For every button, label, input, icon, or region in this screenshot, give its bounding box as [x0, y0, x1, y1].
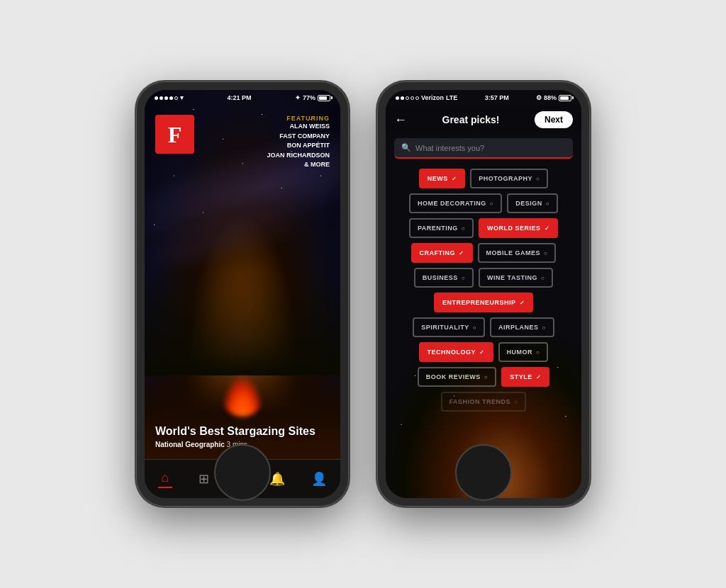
- tag-row-9: BOOK REVIEWS STYLE: [394, 367, 573, 387]
- tag-world-series[interactable]: WORLD SERIES: [479, 218, 558, 238]
- status-left-2: Verizon LTE: [396, 94, 457, 101]
- flipboard-f-letter: F: [168, 123, 182, 146]
- s-dot-4: [411, 96, 414, 100]
- tag-airplanes-icon: [542, 324, 546, 331]
- tag-row-4: CRAFTING MOBILE GAMES: [394, 243, 573, 263]
- tag-entrepreneurship-label: ENTREPRENEURSHIP: [442, 299, 516, 306]
- clock-2: 3:57 PM: [485, 94, 509, 101]
- status-right-2: ⚙ 88%: [536, 94, 571, 101]
- tag-news-label: NEWS: [428, 175, 448, 182]
- tag-humor-label: HUMOR: [507, 349, 533, 356]
- tag-humor-icon: [536, 349, 540, 356]
- tag-row-8: TECHNOLOGY HUMOR: [394, 342, 573, 362]
- tag-spirituality-icon: [473, 324, 476, 331]
- featuring-label: FEATURING: [201, 115, 330, 122]
- tag-world-series-icon: [544, 225, 550, 232]
- tag-parenting[interactable]: PARENTING: [409, 218, 474, 238]
- tag-mobile-games-label: MOBILE GAMES: [486, 249, 541, 256]
- battery-icon-1: [318, 95, 330, 101]
- tag-mobile-games[interactable]: MOBILE GAMES: [478, 243, 557, 263]
- nav-home[interactable]: ⌂: [158, 470, 172, 488]
- s-dot-3: [406, 96, 409, 100]
- tag-photography-label: PHOTOGRAPHY: [479, 175, 532, 182]
- tag-fashion-trends-icon: [514, 399, 518, 405]
- signal-dot-4: [169, 96, 173, 100]
- nav-grid[interactable]: ⊞: [199, 471, 209, 487]
- wifi-icon: ▾: [180, 94, 184, 101]
- bluetooth-icon: ✦: [295, 94, 301, 101]
- header-title: Great picks!: [413, 114, 529, 125]
- signal-dot-1: [155, 96, 158, 100]
- phone-1-home-button[interactable]: [214, 444, 271, 501]
- article-title[interactable]: World's Best Stargazing Sites: [155, 424, 330, 438]
- status-right-1: ✦ 77%: [295, 94, 330, 101]
- phone-2: Verizon LTE 3:57 PM ⚙ 88% ← Great picks!…: [377, 81, 590, 507]
- status-bar-1: ▾ 4:21 PM ✦ 77%: [145, 90, 340, 106]
- phone-2-screen: Verizon LTE 3:57 PM ⚙ 88% ← Great picks!…: [386, 90, 581, 498]
- tag-wine-tasting-label: WINE TASTING: [487, 274, 537, 281]
- battery-fill-1: [319, 96, 327, 100]
- phone-2-home-button[interactable]: [455, 444, 512, 501]
- article-source: National Geographic: [155, 441, 225, 448]
- tag-airplanes[interactable]: AIRPLANES: [490, 317, 554, 337]
- tag-design-label: DESIGN: [515, 200, 542, 207]
- tag-home-decorating[interactable]: HOME DECORATING: [409, 193, 502, 213]
- tag-crafting-label: CRAFTING: [420, 249, 456, 256]
- featuring-section: FEATURING ALAN WEISS FAST COMPANY BON AP…: [201, 115, 330, 170]
- phones-container: ▾ 4:21 PM ✦ 77% F FEATURING: [122, 67, 604, 521]
- tag-wine-tasting[interactable]: WINE TASTING: [479, 268, 553, 288]
- s-dot-5: [415, 96, 419, 100]
- flipboard-logo[interactable]: F: [155, 115, 194, 154]
- tag-parenting-icon: [462, 225, 465, 232]
- tag-row-1: NEWS PHOTOGRAPHY: [394, 169, 573, 188]
- tag-style[interactable]: STYLE: [501, 367, 549, 387]
- back-button[interactable]: ←: [394, 113, 407, 128]
- search-placeholder: What interests you?: [415, 144, 484, 152]
- tag-photography-icon: [536, 176, 540, 182]
- tag-humor[interactable]: HUMOR: [498, 342, 549, 362]
- phone-1: ▾ 4:21 PM ✦ 77% F FEATURING: [136, 81, 349, 507]
- tag-row-7: SPIRITUALITY AIRPLANES: [394, 317, 573, 337]
- nav-user[interactable]: 👤: [311, 471, 327, 487]
- tag-business[interactable]: BUSINESS: [414, 268, 474, 288]
- tag-fashion-trends[interactable]: FASHION TRENDS: [441, 392, 527, 412]
- signal-dot-2: [160, 96, 163, 100]
- featuring-item-2: FAST COMPANY: [201, 132, 330, 142]
- tag-technology-label: TECHNOLOGY: [428, 349, 476, 356]
- clock-1: 4:21 PM: [227, 94, 251, 101]
- tag-business-label: BUSINESS: [423, 274, 458, 281]
- nav-bell[interactable]: 🔔: [269, 471, 285, 487]
- tag-entrepreneurship[interactable]: ENTREPRENEURSHIP: [434, 293, 533, 312]
- tag-crafting[interactable]: CRAFTING: [411, 243, 473, 263]
- tag-news[interactable]: NEWS: [419, 169, 466, 188]
- phone-2-header: ← Great picks! Next: [386, 106, 581, 134]
- next-button[interactable]: Next: [535, 111, 573, 128]
- phone-1-top-content: F FEATURING ALAN WEISS FAST COMPANY BON …: [145, 108, 340, 177]
- tag-parenting-label: PARENTING: [418, 225, 458, 232]
- tag-row-10: FASHION TRENDS: [394, 392, 573, 412]
- s-dot-2: [401, 96, 404, 100]
- tag-row-6: ENTREPRENEURSHIP: [394, 293, 573, 312]
- status-left-1: ▾: [155, 94, 184, 101]
- phone-1-screen: ▾ 4:21 PM ✦ 77% F FEATURING: [145, 90, 340, 498]
- interests-grid: NEWS PHOTOGRAPHY HOME DECORATING DESIGN: [386, 163, 581, 417]
- signal-dots: [155, 96, 178, 100]
- battery-fill-2: [560, 96, 569, 100]
- signal-dots-2: [396, 96, 419, 100]
- tag-book-reviews-label: BOOK REVIEWS: [426, 373, 481, 380]
- tag-design-icon: [546, 200, 549, 207]
- tag-row-3: PARENTING WORLD SERIES: [394, 218, 573, 238]
- tag-spirituality[interactable]: SPIRITUALITY: [413, 317, 485, 337]
- search-bar[interactable]: 🔍 What interests you?: [394, 138, 573, 159]
- tag-photography[interactable]: PHOTOGRAPHY: [470, 169, 548, 188]
- network-label: LTE: [446, 94, 457, 101]
- tag-spirituality-label: SPIRITUALITY: [421, 324, 469, 331]
- tag-home-decorating-label: HOME DECORATING: [418, 200, 486, 207]
- tag-world-series-label: WORLD SERIES: [487, 225, 541, 232]
- campfire-glow: [221, 374, 264, 417]
- tag-crafting-icon: [459, 250, 464, 256]
- tag-technology[interactable]: TECHNOLOGY: [419, 342, 493, 362]
- tag-book-reviews[interactable]: BOOK REVIEWS: [418, 367, 496, 387]
- tag-design[interactable]: DESIGN: [507, 193, 558, 213]
- battery-icon-2: [559, 95, 571, 101]
